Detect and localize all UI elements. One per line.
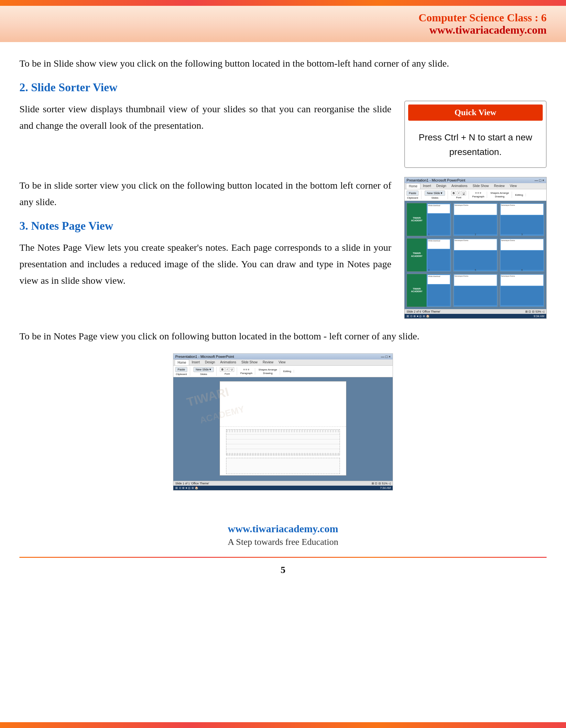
pp-notes-tab-review[interactable]: Review xyxy=(260,359,276,365)
notes-slide-content xyxy=(220,381,346,427)
ribbon-paragraph: ≡ ≡ ≡ Paragraph xyxy=(472,192,487,198)
slide-num-2: 2 xyxy=(475,233,476,236)
notes-extra-area xyxy=(226,458,339,474)
font-bold[interactable]: B xyxy=(451,191,456,195)
pp-notes-window: Presentation1 - Microsoft PowerPoint — □… xyxy=(173,353,393,491)
font-underline[interactable]: U xyxy=(461,191,466,195)
slide-num-6: 6 xyxy=(521,269,523,271)
slide-thumb-1[interactable]: TIWARIACADEMY Infinite download 1 xyxy=(406,203,451,237)
pp-sorter-window: Presentation1 - Microsoft PowerPoint — □… xyxy=(404,177,547,319)
pp-tab-slideshow[interactable]: Slide Show xyxy=(470,183,491,189)
slide-thumb-7[interactable]: TIWARIACADEMY Infinite download xyxy=(406,274,451,307)
pp-notes-time: 7:34 AM xyxy=(380,486,391,490)
slide-thumb-4[interactable]: TIWARIACADEMY Infinite download 4 xyxy=(406,238,451,272)
pp-screenshot-area: Presentation1 - Microsoft PowerPoint — □… xyxy=(404,177,547,319)
main-content: To be in Slide show view you click on th… xyxy=(0,42,566,513)
notes-hatch-bottom xyxy=(227,453,339,456)
header: Computer Science Class : 6 www.tiwariaca… xyxy=(0,6,566,42)
quick-view-box: Quick View Press Ctrl + N to start a new… xyxy=(404,101,547,168)
page-number: 5 xyxy=(0,561,566,579)
notes-lines xyxy=(226,429,339,455)
bottom-bar xyxy=(0,722,566,728)
ribbon-new-slide[interactable]: New Slide▼ xyxy=(425,191,445,196)
ribbon-paste[interactable]: Paste xyxy=(406,191,418,196)
bottom-divider xyxy=(19,557,547,558)
section3-heading: 3. Notes Page View xyxy=(19,219,391,233)
slide-thumb-2[interactable]: Samanayan Dunna 2 xyxy=(453,203,498,237)
pp-notes-tab-view[interactable]: View xyxy=(276,359,288,365)
slide-num-5: 5 xyxy=(475,269,476,271)
pp-view-controls: ⊞ ⊡ ⊟ 53% ◁ xyxy=(525,310,544,313)
notes-ribbon-paste[interactable]: Paste xyxy=(175,367,187,372)
section2-two-col: Slide sorter view displays thumbnail vie… xyxy=(19,101,547,168)
ribbon-slides: New Slide▼ Slides xyxy=(425,191,448,199)
pp-tab-home[interactable]: Home xyxy=(406,183,420,189)
slide-num-3: 3 xyxy=(521,233,523,236)
top-bar xyxy=(0,0,566,6)
pp-notes-ribbon: Paste Clipboard New Slide▼ Slides B I U … xyxy=(173,366,393,377)
section2-para: Slide sorter view displays thumbnail vie… xyxy=(19,101,391,134)
pp-notes-main: TIWARI ACADEMY xyxy=(173,377,393,481)
notes-ribbon-new[interactable]: New Slide▼ xyxy=(194,367,214,372)
section3-para2: To be in Notes Page view you click on fo… xyxy=(19,328,547,344)
pp-notes-tabs: Home Insert Design Animations Slide Show… xyxy=(173,359,393,366)
pp-title: Presentation1 - Microsoft PowerPoint xyxy=(406,178,465,182)
notes-font-b[interactable]: B xyxy=(220,367,225,372)
pp-tab-design[interactable]: Design xyxy=(434,183,449,189)
slide1-logo: TIWARIACADEMY xyxy=(411,217,422,222)
notes-ribbon-clipboard: Paste Clipboard xyxy=(175,367,190,376)
pp-tab-review[interactable]: Review xyxy=(491,183,507,189)
section2-left2: To be in slide sorter view you click on … xyxy=(19,177,391,298)
notes-font-i[interactable]: I xyxy=(226,367,229,372)
notes-slide-canvas xyxy=(220,381,346,476)
pp-tab-animations[interactable]: Animations xyxy=(449,183,470,189)
pp-notes-titlebar: Presentation1 - Microsoft PowerPoint — □… xyxy=(173,354,393,359)
pp-notes-wincontrols: — □ × xyxy=(381,355,391,358)
notes-ribbon-drawing: Shapes Arrange Drawing xyxy=(259,368,280,375)
slide-thumb-5[interactable]: Samanayan Dunna 5 xyxy=(453,238,498,272)
footer: www.tiwariacademy.com A Step towards fre… xyxy=(0,513,566,554)
section2-left: Slide sorter view displays thumbnail vie… xyxy=(19,101,391,143)
pp-slide-info: Slide 2 of 6 'Office Theme' xyxy=(406,310,440,313)
pp-notes-tab-animations[interactable]: Animations xyxy=(218,359,239,365)
pp-notes-slide-info: Slide 1 of 1 'Office Theme' xyxy=(175,482,209,485)
intro-paragraph: To be in Slide show view you click on th… xyxy=(19,55,547,72)
pp-notes-tab-design[interactable]: Design xyxy=(203,359,218,365)
slide-thumb-8[interactable]: Samanayan Dunna xyxy=(453,274,498,307)
quick-view-header: Quick View xyxy=(408,105,543,121)
pp-titlebar: Presentation1 - Microsoft PowerPoint — □… xyxy=(405,177,546,183)
slide-thumb-6[interactable]: Samanayan Dunna 6 xyxy=(500,238,544,272)
pp-tab-view[interactable]: View xyxy=(507,183,519,189)
font-italic[interactable]: I xyxy=(457,191,461,195)
section2-right: Quick View Press Ctrl + N to start a new… xyxy=(404,101,547,168)
footer-website: www.tiwariacademy.com xyxy=(19,523,547,535)
pp-notes-statusbar: Slide 1 of 1 'Office Theme' ⊞ ⊡ ⊟ 51% ◁ xyxy=(173,481,393,486)
quick-view-body: Press Ctrl + N to start a new presentati… xyxy=(405,124,546,167)
pp-notes-taskbar: ⊞ ⊙ ⊕ ● ◎ ⊚ 🏠 7:34 AM xyxy=(173,486,393,490)
slide-thumb-3[interactable]: Samanayan Dunna 3 xyxy=(500,203,544,237)
slide-thumb-9[interactable]: Samanayan Dunna xyxy=(500,274,544,307)
pp-notes-tab-insert[interactable]: Insert xyxy=(189,359,203,365)
pp-notes-title: Presentation1 - Microsoft PowerPoint xyxy=(175,355,234,358)
pp-notes-tab-home[interactable]: Home xyxy=(175,359,189,365)
slide7-logo: TIWARIACADEMY xyxy=(411,288,422,293)
notes-ribbon-font: B I U Font xyxy=(220,367,237,375)
notes-hatch-top xyxy=(227,430,339,432)
pp-wincontrols: — □ × xyxy=(535,178,544,182)
pp-start: ⊞ ⊙ ⊕ ● ◎ ⊚ 🏠 xyxy=(406,314,429,318)
pp-notes-tab-slideshow[interactable]: Slide Show xyxy=(239,359,260,365)
notes-font-u[interactable]: U xyxy=(229,367,234,372)
ribbon-font: B I U Font xyxy=(451,191,469,199)
ribbon-editing: Editing xyxy=(515,193,526,196)
header-website: www.tiwariacademy.com xyxy=(19,24,547,36)
slide4-logo: TIWARIACADEMY xyxy=(411,252,422,258)
pp-time: 9:34 AM xyxy=(534,314,544,318)
pp-taskbar: ⊞ ⊙ ⊕ ● ◎ ⊚ 🏠 9:34 AM xyxy=(405,314,546,318)
pp-notes-view-controls: ⊞ ⊡ ⊟ 51% ◁ xyxy=(372,482,391,485)
pp-tab-insert[interactable]: Insert xyxy=(420,183,434,189)
notes-text-space xyxy=(227,432,339,453)
pp-ribbon: Paste Clipboard New Slide▼ Slides B I U xyxy=(405,189,546,201)
pp-tabs: Home Insert Design Animations Slide Show… xyxy=(405,183,546,189)
notes-ribbon-slides: New Slide▼ Slides xyxy=(194,367,217,376)
pp-notes-start: ⊞ ⊙ ⊕ ● ◎ ⊚ 🏠 xyxy=(175,486,198,490)
